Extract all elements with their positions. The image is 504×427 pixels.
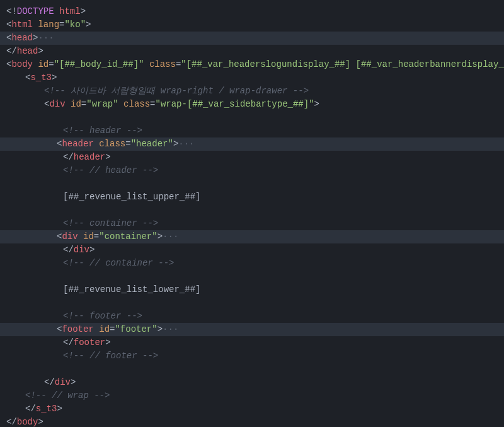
code-line: [##_revenue_list_lower_##]: [6, 283, 498, 296]
fold-icon[interactable]: ···: [178, 139, 194, 149]
code-line-empty: [6, 363, 498, 376]
code-line-highlighted: <footer id="footer">···: [0, 323, 504, 336]
code-line: [##_revenue_list_upper_##]: [6, 190, 498, 204]
code-line: <!-- 사이드바 서랍형일때 wrap-right / wrap-drawer…: [6, 85, 498, 98]
code-line-empty: [6, 177, 498, 190]
code-line: <!-- container -->: [6, 217, 498, 230]
code-line: </div>: [6, 376, 498, 389]
code-line-highlighted: <div id="container">···: [0, 230, 504, 243]
code-line: </header>: [6, 151, 498, 164]
code-line-empty: [6, 296, 498, 310]
code-line-empty: [6, 204, 498, 217]
code-line: </div>: [6, 243, 498, 257]
code-line: <!-- // header -->: [6, 164, 498, 177]
code-line: <!DOCTYPE html>: [6, 5, 498, 18]
code-line: <html lang="ko">: [6, 18, 498, 32]
code-line: <div id="wrap" class="wrap-[##_var_sideb…: [6, 98, 498, 111]
fold-icon[interactable]: ···: [38, 33, 54, 43]
code-line: </footer>: [6, 336, 498, 349]
code-line: </s_t3>: [6, 402, 498, 416]
code-line: <!-- header -->: [6, 124, 498, 137]
code-line: </body>: [6, 416, 498, 427]
code-line-empty: [6, 270, 498, 283]
code-editor[interactable]: <!DOCTYPE html> <html lang="ko"> <head>·…: [6, 5, 498, 427]
code-line: <!-- footer -->: [6, 310, 498, 323]
code-line: <s_t3>: [6, 71, 498, 85]
fold-icon[interactable]: ···: [163, 324, 178, 334]
code-line-highlighted: <head>···: [0, 32, 504, 45]
code-line: </head>: [6, 45, 498, 58]
code-line-empty: [6, 111, 498, 124]
fold-icon[interactable]: ···: [163, 231, 178, 242]
code-line: <!-- // wrap -->: [6, 389, 498, 402]
code-line-highlighted: <header class="header">···: [0, 137, 504, 151]
code-line: <!-- // footer -->: [6, 349, 498, 363]
code-line: <!-- // container -->: [6, 257, 498, 270]
code-line: <body id="[##_body_id_##]" class="[##_va…: [6, 58, 498, 71]
